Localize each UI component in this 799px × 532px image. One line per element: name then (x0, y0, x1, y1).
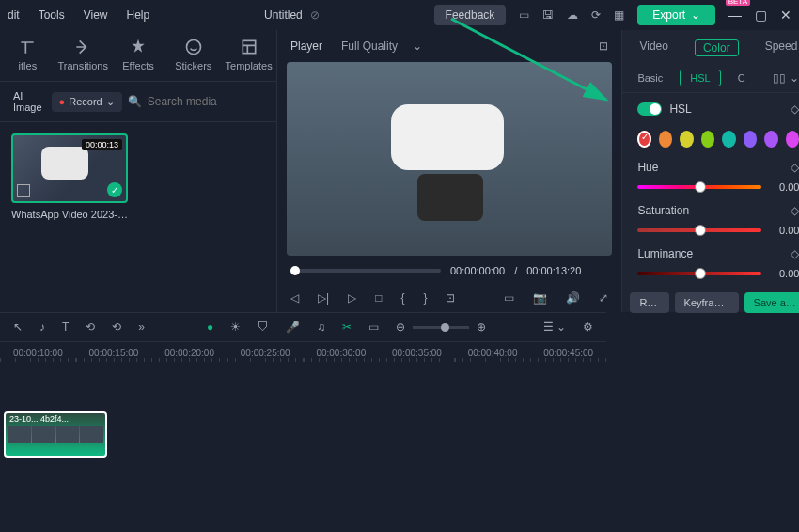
prev-frame-icon[interactable]: ◁ (290, 291, 299, 305)
device-icon[interactable]: ▭ (519, 8, 529, 22)
cloud-status-icon: ⊘ (310, 8, 320, 22)
svg-rect-1 (243, 40, 255, 53)
subtab-c[interactable]: C (738, 72, 745, 84)
music-icon[interactable]: ♫ (317, 321, 325, 334)
audio-tool-icon[interactable]: ♪ (39, 321, 45, 334)
current-time: 00:00:00:00 (450, 265, 505, 276)
swatch-teal[interactable] (722, 131, 736, 148)
stop-icon[interactable]: □ (375, 291, 382, 305)
hsl-toggle[interactable] (637, 102, 662, 116)
tab-titles[interactable]: itles (0, 38, 55, 71)
timeline-clip[interactable]: 23-10... 4b2f4... (4, 411, 107, 458)
cloud-icon[interactable]: ☁ (567, 8, 578, 22)
marker-icon[interactable]: ● (207, 321, 213, 334)
mic-icon[interactable]: 🎤 (286, 321, 300, 334)
crop-icon[interactable]: ⊡ (446, 291, 455, 305)
adjust-icon[interactable]: ☀ (230, 321, 241, 334)
saturation-slider[interactable] (637, 228, 761, 232)
save-icon[interactable]: 🖫 (542, 8, 554, 22)
clip-label: 23-10... 4b2f4... (9, 415, 69, 424)
swatch-purple[interactable] (744, 131, 758, 148)
swatch-orange[interactable] (659, 131, 673, 148)
svg-point-0 (186, 40, 200, 55)
seek-bar[interactable] (290, 269, 441, 273)
settings-icon[interactable]: ⚙ (583, 321, 593, 334)
tab-speed[interactable]: Speed (765, 39, 798, 56)
reset-button[interactable]: Reset (630, 292, 668, 313)
tab-color[interactable]: Color (695, 39, 739, 56)
group-icon[interactable]: ▭ (368, 321, 379, 334)
menu-edit[interactable]: dit (8, 8, 20, 22)
hue-slider[interactable] (637, 185, 761, 189)
quality-dropdown[interactable]: Full Quality ⌄ (341, 39, 422, 53)
ruler-tick: 00:00:10:00 (0, 348, 76, 358)
clip-name: WhatsApp Video 2023-10-05... (11, 209, 128, 220)
text-tool-icon[interactable]: T (62, 321, 69, 334)
zoom-slider[interactable] (413, 326, 469, 329)
mark-in-icon[interactable]: { (400, 291, 404, 305)
save-preset-button[interactable]: Save as cu... (744, 292, 799, 313)
zoom-out-icon[interactable]: ⊖ (396, 321, 405, 334)
tab-templates[interactable]: Templates (221, 38, 276, 71)
volume-icon[interactable]: 🔊 (566, 291, 580, 305)
refresh-icon[interactable]: ⟳ (591, 8, 601, 22)
pointer-tool-icon[interactable]: ↖ (13, 321, 23, 334)
split-icon[interactable]: ✂ (342, 321, 352, 334)
keyframe-preset-button[interactable]: Keyframe P... (675, 292, 739, 313)
minimize-button[interactable]: — (728, 8, 742, 23)
tab-transitions[interactable]: Transitions (55, 38, 111, 71)
swatch-red[interactable] (637, 131, 651, 148)
luminance-value: 0.00 (771, 268, 799, 279)
keyframe-icon[interactable]: ◇ (791, 102, 799, 116)
grid-icon (17, 184, 30, 197)
menu-view[interactable]: View (84, 8, 108, 22)
more-tools-icon[interactable]: » (138, 321, 145, 334)
feedback-button[interactable]: Feedback (434, 5, 507, 25)
swatch-magenta[interactable] (786, 131, 799, 148)
record-dropdown[interactable]: ● Record ⌄ (52, 92, 122, 112)
keyframe-icon[interactable]: ◇ (791, 247, 799, 260)
time-separator: / (514, 265, 517, 276)
keyframe-icon[interactable]: ◇ (791, 204, 799, 217)
timeline-ruler[interactable]: 00:00:10:00 00:00:15:00 00:00:20:00 00:0… (0, 342, 606, 364)
shield-icon[interactable]: ⛉ (258, 321, 269, 334)
keyframe-icon[interactable]: ◇ (791, 161, 799, 174)
menu-tools[interactable]: Tools (39, 8, 65, 22)
tab-video[interactable]: Video (639, 39, 667, 56)
screenshot-icon[interactable]: 📷 (533, 291, 547, 305)
saturation-label: Saturation (637, 204, 689, 217)
play-icon[interactable]: ▷ (348, 291, 356, 305)
apps-icon[interactable]: ▦ (614, 8, 624, 22)
tab-effects[interactable]: Effects (111, 38, 166, 71)
snapshot-icon[interactable]: ⊡ (599, 39, 608, 53)
zoom-in-icon[interactable]: ⊕ (477, 321, 486, 334)
compare-icon[interactable]: ▭ (504, 291, 514, 305)
video-preview[interactable] (287, 62, 612, 256)
close-button[interactable]: ✕ (780, 8, 791, 23)
mark-out-icon[interactable]: } (423, 291, 427, 305)
luminance-slider[interactable] (637, 272, 761, 275)
rotate-tool-icon[interactable]: ⟲ (86, 321, 95, 334)
swatch-green[interactable] (701, 131, 715, 148)
subtab-hsl[interactable]: HSL (680, 70, 720, 86)
export-button[interactable]: Export ⌄ (637, 5, 715, 25)
beta-badge: BETA (726, 0, 750, 6)
swatch-violet[interactable] (764, 131, 778, 148)
saturation-value: 0.00 (771, 225, 799, 236)
ai-image-button[interactable]: AI Image (9, 87, 46, 116)
media-clip[interactable]: 00:00:13 ✓ WhatsApp Video 2023-10-05... (11, 133, 128, 220)
ruler-tick: 00:00:30:00 (304, 348, 380, 358)
total-time: 00:00:13:20 (526, 265, 581, 276)
tab-stickers[interactable]: Stickers (165, 38, 221, 71)
subtab-basic[interactable]: Basic (637, 72, 663, 84)
search-input[interactable] (148, 95, 289, 108)
play-step-icon[interactable]: ▷| (318, 291, 329, 305)
chevron-down-icon[interactable]: ⌄ (790, 71, 799, 85)
list-view-icon[interactable]: ☰ ⌄ (543, 321, 566, 334)
swatch-yellow[interactable] (680, 131, 694, 148)
maximize-button[interactable]: ▢ (755, 8, 767, 23)
link-tool-icon[interactable]: ⟲ (112, 321, 121, 334)
fullscreen-icon[interactable]: ⤢ (599, 291, 608, 305)
split-view-icon[interactable]: ▯▯ (773, 71, 786, 85)
menu-help[interactable]: Help (127, 8, 150, 22)
